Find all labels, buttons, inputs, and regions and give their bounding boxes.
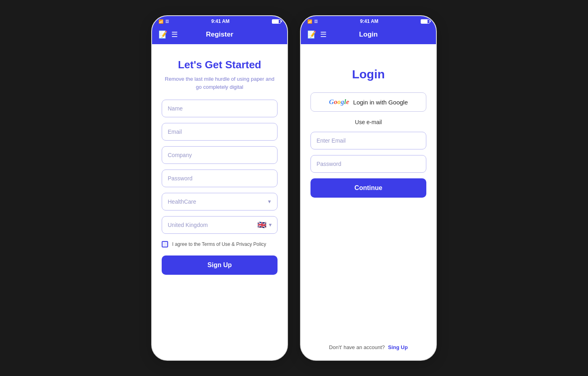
status-right xyxy=(272,19,281,24)
login-password-input[interactable] xyxy=(310,155,426,173)
register-email-input[interactable] xyxy=(162,123,278,141)
login-page-title: Login xyxy=(310,67,426,81)
login-phone: 📶 ☲ 9:41 AM 📝 ☰ Login Login Google Login… xyxy=(300,15,437,361)
industry-select[interactable]: HealthCare Finance Technology Education xyxy=(162,193,278,210)
signup-link[interactable]: Sing Up xyxy=(388,344,408,350)
register-phone: 📶 ☲ 9:41 AM 📝 ☰ Register Let's Get Start… xyxy=(151,15,288,361)
terms-row: I agree to the Terms of Use & Privacy Po… xyxy=(162,241,278,247)
login-status-bar: 📶 ☲ 9:41 AM xyxy=(301,16,436,27)
google-icon: Google xyxy=(329,98,349,106)
register-header-left: 📝 ☰ xyxy=(158,30,178,39)
wifi-icon: 📶 xyxy=(158,19,163,24)
terms-text: I agree to the Terms of Use & Privacy Po… xyxy=(172,241,266,247)
name-input[interactable] xyxy=(162,100,278,117)
login-app-header: 📝 ☰ Login xyxy=(301,27,436,44)
register-status-bar: 📶 ☲ 9:41 AM xyxy=(152,16,287,27)
status-left: 📶 ☲ xyxy=(158,19,169,24)
login-menu-icon[interactable]: ☰ xyxy=(320,30,327,39)
use-email-label: Use e-mail xyxy=(310,119,426,125)
industry-select-wrapper: HealthCare Finance Technology Education … xyxy=(162,193,278,210)
menu-icon[interactable]: ☰ xyxy=(171,30,178,39)
login-battery-icon xyxy=(421,19,430,24)
login-content: Login Google Login in with Google Use e-… xyxy=(301,44,436,360)
terms-checkbox[interactable] xyxy=(162,241,168,247)
login-spacer xyxy=(310,198,426,328)
no-account-text: Don't' have an account? xyxy=(329,344,385,350)
google-button-label: Login in with Google xyxy=(353,99,408,106)
country-select-wrapper: United Kingdom United States Germany Fra… xyxy=(162,216,278,234)
signup-button[interactable]: Sign Up xyxy=(162,255,278,275)
register-password-input[interactable] xyxy=(162,170,278,187)
login-signal-icon: ☲ xyxy=(314,19,318,24)
continue-button[interactable]: Continue xyxy=(310,178,426,198)
login-status-time: 9:41 AM xyxy=(360,18,378,24)
register-status-time: 9:41 AM xyxy=(211,18,230,24)
login-wifi-icon: 📶 xyxy=(307,19,312,24)
login-email-input[interactable] xyxy=(310,132,426,149)
login-edit-icon[interactable]: 📝 xyxy=(307,30,316,39)
register-header-title: Register xyxy=(206,31,233,39)
edit-icon[interactable]: 📝 xyxy=(158,30,167,39)
register-page-title: Let's Get Started xyxy=(162,59,278,71)
register-content: Let's Get Started Remove the last mile h… xyxy=(152,44,287,360)
company-input[interactable] xyxy=(162,146,278,164)
battery-icon xyxy=(272,19,281,24)
login-status-left: 📶 ☲ xyxy=(307,19,318,24)
login-header-title: Login xyxy=(359,31,378,39)
google-login-button[interactable]: Google Login in with Google xyxy=(310,92,426,112)
login-footer: Don't' have an account? Sing Up xyxy=(310,344,426,350)
register-page-subtitle: Remove the last mile hurdle of using pap… xyxy=(162,75,278,91)
login-header-left: 📝 ☰ xyxy=(307,30,327,39)
register-app-header: 📝 ☰ Register xyxy=(152,27,287,44)
country-flag-icon: 🇬🇧 xyxy=(257,221,266,229)
login-status-right xyxy=(421,19,430,24)
signal-icon: ☲ xyxy=(165,19,169,24)
